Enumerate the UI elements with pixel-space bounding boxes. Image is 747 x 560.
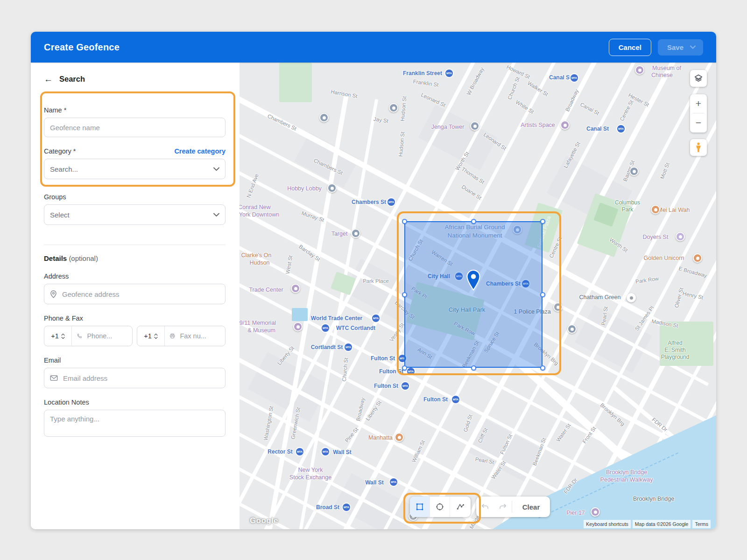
restaurant-poi-pin[interactable]	[693, 253, 702, 263]
location-marker-icon[interactable]	[466, 270, 480, 293]
location-notes-label: Location Notes	[44, 399, 226, 406]
transit-badge-icon[interactable]: MTA	[402, 382, 409, 390]
transit-badge-icon[interactable]: MTA	[322, 324, 329, 332]
map-label: West St	[285, 255, 294, 274]
school-poi-pin[interactable]	[567, 324, 577, 334]
memorial-pool	[292, 308, 308, 321]
fax-country-code-select[interactable]: +1	[137, 326, 165, 346]
attraction-poi-pin[interactable]	[591, 507, 600, 517]
map-label: Stock Exchange	[289, 474, 331, 481]
terms-link[interactable]: Terms	[692, 520, 711, 528]
phone-country-code-select[interactable]: +1	[44, 326, 72, 346]
shop-lock-poi-pin[interactable]	[351, 229, 360, 238]
geofence-handle[interactable]	[471, 219, 476, 224]
email-input[interactable]	[62, 374, 219, 383]
map-label: Hudson St	[400, 96, 408, 122]
create-category-link[interactable]: Create category	[174, 147, 226, 155]
generic-poi-pin[interactable]	[629, 167, 639, 176]
phone-fax-row: +1 +1	[44, 326, 226, 346]
transit-badge-text: MTA	[345, 346, 351, 349]
undo-button[interactable]	[476, 497, 494, 517]
museum-poi-pin[interactable]	[293, 322, 303, 331]
keyboard-shortcuts-link[interactable]: Keyboard shortcuts	[584, 520, 630, 528]
transit-badge-icon[interactable]: MTA	[388, 198, 395, 206]
transit-badge-icon[interactable]: MTA	[322, 448, 329, 455]
transit-badge-icon[interactable]: MTA	[345, 343, 352, 351]
geofence-handle[interactable]	[402, 365, 407, 371]
camera-poi-pin[interactable]	[470, 121, 479, 131]
geofence-handle[interactable]	[471, 365, 476, 371]
back-arrow-icon[interactable]: ←	[44, 75, 53, 84]
transit-badge-icon[interactable]: MTA	[407, 368, 415, 375]
geofence-handle[interactable]	[402, 292, 407, 297]
map-label: Rector St	[268, 448, 292, 455]
residence-poi-pin[interactable]	[627, 293, 636, 302]
school-poi-pin[interactable]	[319, 113, 329, 122]
map-label: Thomas St	[460, 166, 485, 185]
transit-badge-icon[interactable]: MTA	[296, 448, 303, 455]
transit-badge-text: MTA	[391, 481, 396, 483]
draw-polygon-button[interactable]	[450, 497, 470, 517]
transit-badge-icon[interactable]: MTA	[617, 125, 625, 133]
zoom-in-button[interactable]: +	[690, 94, 707, 113]
transit-badge-text: MTA	[323, 450, 328, 453]
street-view-pegman-button[interactable]	[690, 139, 707, 156]
header-actions: Cancel Save	[609, 39, 703, 56]
map-label: Centre St	[619, 99, 634, 122]
transit-badge-icon[interactable]: MTA	[390, 478, 397, 486]
zoom-out-button[interactable]: −	[690, 113, 707, 132]
church-poi-pin[interactable]	[676, 232, 685, 241]
map-label: Target	[331, 231, 348, 237]
phone-input[interactable]	[86, 332, 127, 340]
shop-lock-poi-pin[interactable]	[327, 183, 337, 193]
back-navigation[interactable]: ← Search	[44, 73, 226, 85]
map-label: York Downtown	[240, 211, 279, 218]
landmark-poi-pin[interactable]	[291, 284, 300, 293]
address-input[interactable]	[61, 290, 219, 299]
phone-fax-label: Phone & Fax	[44, 315, 226, 322]
transit-badge-icon[interactable]: MTA	[343, 504, 350, 511]
transit-badge-icon[interactable]: MTA	[372, 315, 380, 322]
geofence-rectangle[interactable]	[404, 221, 543, 368]
map-canvas[interactable]: + −	[240, 63, 716, 529]
name-input[interactable]	[44, 118, 226, 137]
clear-button[interactable]: Clear	[512, 503, 550, 511]
draw-rectangle-button[interactable]	[410, 497, 430, 517]
location-notes-input[interactable]	[44, 410, 226, 437]
geofence-handle[interactable]	[402, 219, 407, 224]
geofence-handle[interactable]	[540, 219, 545, 224]
geofence-handle[interactable]	[540, 292, 545, 297]
map-label: Manhatta	[368, 434, 393, 441]
map-label: Hudson St	[398, 132, 406, 157]
draw-circle-button[interactable]	[430, 497, 450, 517]
transit-badge-text: MTA	[402, 385, 408, 387]
police-poi-pin[interactable]	[553, 302, 563, 312]
map-label: Leonard St	[420, 92, 446, 108]
map-label: Canal St	[586, 126, 609, 132]
groups-select[interactable]: Select	[44, 204, 226, 225]
redo-button[interactable]	[494, 497, 512, 517]
stepper-carets-icon	[61, 333, 65, 339]
restaurant-poi-pin[interactable]	[395, 433, 404, 442]
map-label: Brooklyn Bridge	[606, 469, 647, 476]
gallery-poi-pin[interactable]	[560, 120, 570, 130]
cancel-button[interactable]: Cancel	[609, 39, 651, 56]
museum-poi-pin[interactable]	[635, 65, 644, 75]
map-label: Gold St	[462, 414, 473, 433]
transit-badge-icon[interactable]: MTA	[452, 396, 459, 403]
category-select[interactable]: Search...	[44, 159, 226, 179]
phone-country-code: +1	[51, 332, 59, 340]
page-title: Create Geofence	[44, 42, 120, 53]
restaurant-poi-pin[interactable]	[651, 205, 660, 214]
map-label: E Broadway	[678, 266, 707, 279]
save-button[interactable]: Save	[658, 39, 703, 56]
layers-icon	[694, 74, 703, 83]
map-layers-button[interactable]	[690, 70, 707, 87]
transit-badge-icon[interactable]: MTA	[571, 74, 578, 82]
pegman-icon	[695, 142, 702, 153]
fax-input[interactable]	[179, 332, 220, 340]
geofence-handle[interactable]	[540, 365, 545, 371]
camera-poi-pin[interactable]	[389, 103, 398, 112]
transit-badge-icon[interactable]: MTA	[445, 70, 453, 77]
map-label: Playground	[661, 354, 690, 360]
